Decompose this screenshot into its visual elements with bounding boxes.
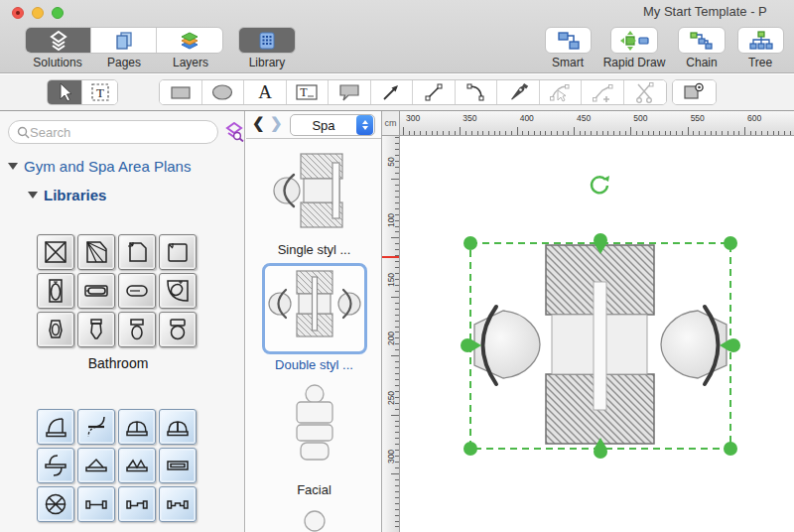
drawing-canvas[interactable] [400, 136, 794, 532]
smart-button[interactable] [545, 27, 592, 54]
casement-window-shape[interactable] [118, 486, 156, 522]
arc-tool[interactable] [456, 80, 498, 104]
library-item-double-styling-station[interactable]: Double styl ... [262, 263, 367, 372]
pages-icon [113, 30, 135, 52]
selection-handle-top-right[interactable] [724, 236, 737, 250]
shower-stall-shape[interactable] [159, 234, 197, 270]
square-shower-icon [43, 239, 68, 265]
double-styling-station-preview[interactable] [262, 263, 367, 354]
smart-icon [556, 30, 582, 52]
bidet-shape[interactable] [37, 312, 74, 347]
door-shape[interactable] [37, 409, 74, 445]
extra-tools-group [672, 79, 717, 105]
neo-angle-shower-shape[interactable] [118, 234, 156, 270]
library-button[interactable] [238, 27, 296, 54]
sidebar-item-libraries[interactable]: Libraries [28, 187, 106, 203]
tree-button[interactable] [737, 27, 784, 54]
spa-tub-icon [124, 278, 150, 304]
zoom-window-button[interactable] [52, 7, 64, 19]
tools-toolbar: T AT [0, 74, 794, 111]
library-select-value: Spa [291, 118, 356, 133]
window-icon [83, 491, 109, 517]
disclosure-triangle-icon[interactable] [8, 163, 18, 170]
text-tool[interactable]: A [244, 80, 287, 104]
revolving-door-shape[interactable] [37, 486, 74, 522]
text-select-tool[interactable]: T [82, 80, 117, 104]
bathtub-icon [83, 278, 109, 304]
tank-toilet-shape[interactable] [159, 312, 197, 347]
solution-search-icon[interactable] [224, 122, 244, 142]
line-tool[interactable] [413, 80, 456, 104]
toilet-shape[interactable] [77, 312, 115, 347]
double-door-shape[interactable] [118, 409, 156, 445]
bathtub-shape[interactable] [77, 273, 115, 309]
opening-shape[interactable] [159, 448, 197, 483]
back-button[interactable]: ❮ [252, 114, 265, 132]
arrow-tool[interactable] [371, 80, 414, 104]
chain-button[interactable] [678, 27, 726, 54]
libraries-title[interactable]: Libraries [44, 187, 106, 203]
solutions-button[interactable] [26, 28, 91, 53]
search-icon [17, 126, 30, 139]
solution-title[interactable]: Gym and Spa Area Plans [24, 158, 191, 175]
rectangle-tool[interactable] [160, 80, 202, 104]
double-door-opposite-shape[interactable] [159, 409, 197, 445]
window-shape[interactable] [77, 486, 115, 522]
library-item-single-styling-station[interactable]: Single styl ... [262, 146, 367, 257]
add-node-tool[interactable] [582, 80, 624, 104]
massage-table-preview[interactable] [262, 503, 367, 532]
round-toilet-shape[interactable] [118, 312, 156, 347]
oval-bathtub-shape[interactable] [37, 273, 74, 309]
disclosure-triangle-icon[interactable] [28, 192, 38, 199]
sidebar-item-gym-and-spa[interactable]: Gym and Spa Area Plans [8, 158, 191, 175]
spa-tub-shape[interactable] [118, 273, 156, 309]
titlebar: My Start Template - P [0, 0, 794, 73]
selection-handle-top-left[interactable] [463, 236, 477, 250]
folding-door-icon [83, 453, 109, 478]
ellipse-tool[interactable] [202, 80, 245, 104]
library-item-label: Single styl ... [278, 242, 351, 257]
corner-shower-shape[interactable] [77, 234, 115, 270]
minimize-window-button[interactable] [32, 7, 44, 19]
cut-tool[interactable] [624, 80, 667, 104]
library-select-dropdown[interactable]: Spa [290, 114, 375, 136]
rapid-draw-button[interactable] [610, 27, 658, 54]
double-swing-door-shape[interactable] [77, 409, 115, 445]
library-label: Library [249, 56, 286, 69]
forward-button[interactable]: ❯ [270, 114, 283, 132]
shower-stall-icon [165, 239, 191, 265]
selection-handle-bottom-left[interactable] [463, 442, 477, 456]
search-box[interactable] [8, 120, 218, 144]
double-door-opposite-icon [165, 414, 191, 440]
select-tool[interactable] [48, 80, 82, 104]
connector-tool[interactable] [673, 80, 716, 104]
corner-bathtub-icon [165, 278, 191, 304]
callout-tool[interactable] [329, 80, 371, 104]
facial-chair-preview[interactable] [262, 378, 367, 479]
rotate-handle-arrow[interactable] [603, 176, 609, 182]
close-window-button[interactable] [12, 7, 24, 19]
double-folding-door-shape[interactable] [118, 448, 156, 483]
corner-bathtub-shape[interactable] [159, 273, 197, 309]
single-styling-station-preview[interactable] [262, 146, 367, 239]
selection-handle-bottom-right[interactable] [724, 442, 737, 456]
text-block-tool[interactable]: T [287, 80, 330, 104]
search-input[interactable] [30, 125, 198, 140]
library-item-massage-table[interactable] [262, 503, 367, 532]
folding-door-shape[interactable] [77, 448, 115, 483]
solutions-icon [47, 30, 70, 52]
pages-button[interactable] [91, 28, 156, 53]
opening-icon [165, 453, 191, 478]
edit-curve-tool[interactable] [540, 80, 583, 104]
doors-windows-library-grid [37, 409, 197, 522]
selected-shape-double-styling-station[interactable] [474, 245, 727, 444]
layers-button[interactable] [157, 28, 222, 53]
library-item-facial-chair[interactable]: Facial [262, 378, 367, 497]
swing-door-icon [43, 453, 68, 478]
square-shower-shape[interactable] [37, 234, 74, 270]
swing-door-shape[interactable] [37, 448, 74, 483]
pen-tool[interactable] [497, 80, 540, 104]
smart-label: Smart [552, 56, 584, 69]
double-casement-window-shape[interactable] [159, 486, 197, 522]
library-items-list: Single styl ...Double styl ...Facial [246, 140, 382, 532]
